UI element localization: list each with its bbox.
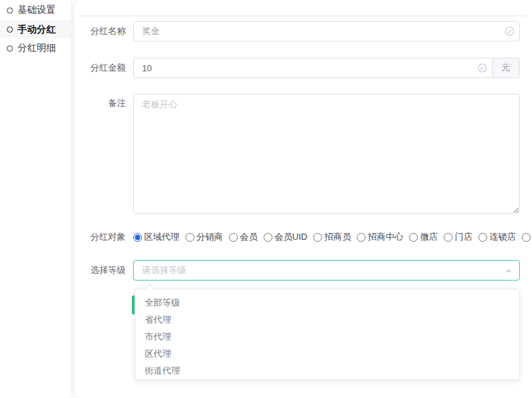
sidebar-item-manual-dividend[interactable]: 手动分红 [0,20,71,38]
radio-label: 分销商 [196,231,223,243]
radio-label: 连锁店 [489,231,516,243]
valid-check-icon [505,26,514,36]
radio-supplier[interactable]: 供应商 [522,231,532,243]
level-option-city[interactable]: 市代理 [135,328,519,345]
circle-icon [7,26,13,33]
radio-chain-store[interactable]: 连锁店 [478,231,516,243]
dividend-amount-label: 分红金额 [75,58,126,78]
radio-region-agent[interactable]: 区域代理 [133,231,179,243]
radio-input[interactable] [444,233,453,242]
radio-label: 门店 [455,231,472,243]
form-row-select-level: 选择等级 请选择等级 [75,260,520,281]
radio-distributor[interactable]: 分销商 [185,231,223,243]
sidebar-item-label: 手动分红 [18,24,56,36]
sidebar-item-label: 分红明细 [18,42,56,54]
form-row-remark: 备注 [75,94,520,214]
radio-micro-shop[interactable]: 微店 [409,231,438,243]
level-option-all[interactable]: 全部等级 [135,294,519,311]
level-dropdown-panel: 全部等级 省代理 市代理 区代理 街道代理 [135,289,520,380]
main-content-card: 分红名称 分红金额 元 备注 分红对象 [75,0,532,398]
header-divider [78,16,527,16]
select-level-label: 选择等级 [75,260,126,281]
radio-label: 会员UID [274,231,307,243]
dividend-name-input[interactable] [133,21,520,41]
radio-recruiter[interactable]: 招商员 [313,231,351,243]
radio-member[interactable]: 会员 [229,231,258,243]
sidebar-item-label: 基础设置 [18,4,56,16]
sidebar-item-basic-settings[interactable]: 基础设置 [0,1,71,19]
valid-check-icon [478,63,487,73]
form-row-dividend-amount: 分红金额 元 [75,58,520,78]
level-option-district[interactable]: 区代理 [135,345,519,362]
radio-label: 微店 [420,231,438,243]
circle-icon [7,7,13,14]
remark-textarea[interactable] [133,94,520,214]
radio-store[interactable]: 门店 [444,231,472,243]
amount-unit-suffix: 元 [493,58,520,78]
level-option-province[interactable]: 省代理 [135,311,519,328]
radio-input[interactable] [133,233,142,242]
radio-input[interactable] [185,233,194,242]
radio-label: 会员 [240,231,258,243]
radio-label: 区域代理 [144,231,179,243]
form-row-dividend-name: 分红名称 [75,21,520,41]
radio-input[interactable] [264,233,272,242]
radio-label: 招商中心 [368,231,403,243]
dividend-amount-input[interactable] [133,58,493,78]
radio-label: 招商员 [324,231,351,243]
form-row-dividend-target: 分红对象 区域代理 分销商 会员 会员UID 招商员 招商中心 微店 [75,230,532,244]
radio-input[interactable] [357,233,366,242]
chevron-up-icon [504,267,513,276]
remark-label: 备注 [75,94,126,214]
radio-input[interactable] [409,233,418,242]
sidebar: 基础设置 手动分红 分红明细 [0,0,71,398]
radio-input[interactable] [522,233,531,242]
dropdown-arrow [145,284,154,293]
dividend-name-label: 分红名称 [75,21,126,41]
radio-input[interactable] [229,233,238,242]
radio-input[interactable] [478,233,487,242]
radio-member-uid[interactable]: 会员UID [264,231,307,243]
level-select-placeholder: 请选择等级 [142,264,186,276]
sidebar-item-dividend-detail[interactable]: 分红明细 [0,39,71,57]
level-option-street[interactable]: 街道代理 [135,362,519,379]
level-select[interactable]: 请选择等级 [133,260,520,281]
radio-recruit-center[interactable]: 招商中心 [357,231,403,243]
dividend-target-radio-group: 区域代理 分销商 会员 会员UID 招商员 招商中心 微店 门店 [133,230,532,244]
dividend-target-label: 分红对象 [75,230,126,244]
radio-input[interactable] [313,233,322,242]
circle-icon [7,46,13,52]
